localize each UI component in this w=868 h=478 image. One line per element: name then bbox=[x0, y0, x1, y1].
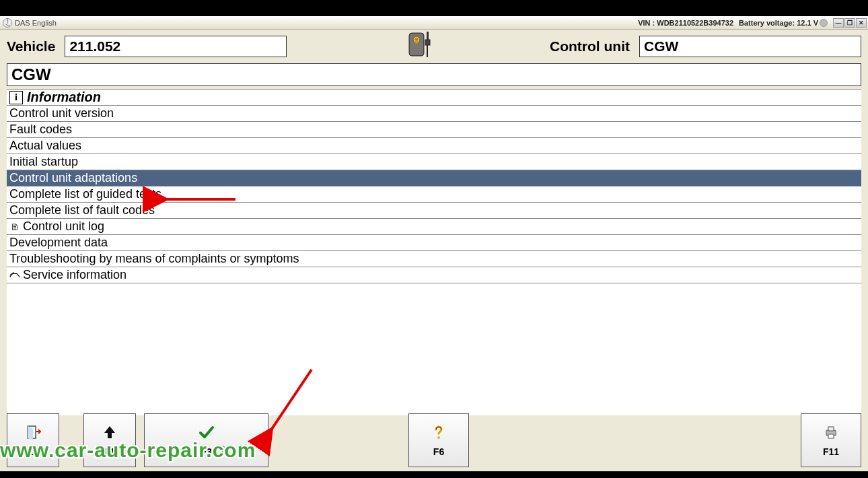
battery-status-icon bbox=[820, 19, 828, 27]
battery-label: Battery voltage: 12.1 V bbox=[739, 19, 818, 27]
menu-item-control-unit-log[interactable]: 🗎 Control unit log bbox=[7, 219, 861, 235]
svg-point-10 bbox=[437, 436, 440, 439]
vehicle-value: 211.052 bbox=[69, 38, 120, 55]
menu-item-development-data[interactable]: Development data bbox=[7, 235, 861, 251]
section-title: CGW bbox=[7, 63, 861, 86]
maximize-button[interactable]: ❐ bbox=[844, 18, 855, 28]
control-unit-value: CGW bbox=[644, 38, 678, 55]
close-button[interactable]: ✕ bbox=[856, 18, 867, 28]
menu-item-fault-codes[interactable]: Fault codes bbox=[7, 122, 861, 138]
info-icon: i bbox=[9, 91, 23, 104]
svg-rect-5 bbox=[427, 32, 429, 40]
menu-item-service-information[interactable]: Service information bbox=[7, 267, 861, 283]
control-unit-label: Control unit bbox=[550, 38, 635, 55]
menu-item-initial-startup[interactable]: Initial startup bbox=[7, 154, 861, 170]
vehicle-field[interactable]: 211.052 bbox=[65, 36, 287, 57]
car-service-icon bbox=[9, 271, 20, 280]
watermark-text: www.car-auto-repair.com bbox=[0, 439, 256, 462]
svg-rect-3 bbox=[415, 38, 418, 40]
svg-rect-12 bbox=[828, 427, 834, 431]
header-fields: Vehicle 211.052 Control unit CGW bbox=[0, 30, 868, 63]
svg-rect-4 bbox=[415, 40, 418, 44]
help-icon bbox=[431, 424, 447, 442]
app-title: DAS English bbox=[15, 19, 57, 27]
menu-item-complete-fault-codes[interactable]: Complete list of fault codes bbox=[7, 203, 861, 219]
vehicle-label: Vehicle bbox=[7, 38, 61, 55]
menu-list: i Information Control unit version Fault… bbox=[7, 89, 861, 415]
printer-icon bbox=[823, 424, 839, 442]
control-unit-field[interactable]: CGW bbox=[639, 36, 861, 57]
menu-item-control-unit-version[interactable]: Control unit version bbox=[7, 106, 861, 122]
svg-rect-6 bbox=[425, 40, 430, 45]
menu-header-label: Information bbox=[27, 90, 101, 105]
menu-header: i Information bbox=[7, 90, 861, 106]
svg-rect-13 bbox=[828, 434, 834, 438]
mb-logo-icon bbox=[3, 18, 12, 28]
minimize-button[interactable]: — bbox=[833, 18, 844, 28]
menu-item-guided-tests[interactable]: Complete list of guided tests bbox=[7, 186, 861, 203]
f6-help-button[interactable]: F6 bbox=[408, 413, 469, 467]
title-bar: DAS English VIN : WDB2110522B394732 Batt… bbox=[0, 16, 868, 30]
device-icon-holder bbox=[291, 30, 546, 63]
vin-label: VIN : WDB2110522B394732 bbox=[638, 19, 733, 27]
menu-item-actual-values[interactable]: Actual values bbox=[7, 138, 861, 154]
menu-item-control-unit-adaptations[interactable]: Control unit adaptations bbox=[7, 170, 861, 186]
doc-icon: 🗎 bbox=[9, 221, 20, 232]
diagnostic-device-icon bbox=[402, 30, 435, 63]
app-window: DAS English VIN : WDB2110522B394732 Batt… bbox=[0, 16, 868, 471]
menu-item-troubleshooting[interactable]: Troubleshooting by means of complaints o… bbox=[7, 251, 861, 267]
f11-print-button[interactable]: F11 bbox=[801, 413, 861, 467]
